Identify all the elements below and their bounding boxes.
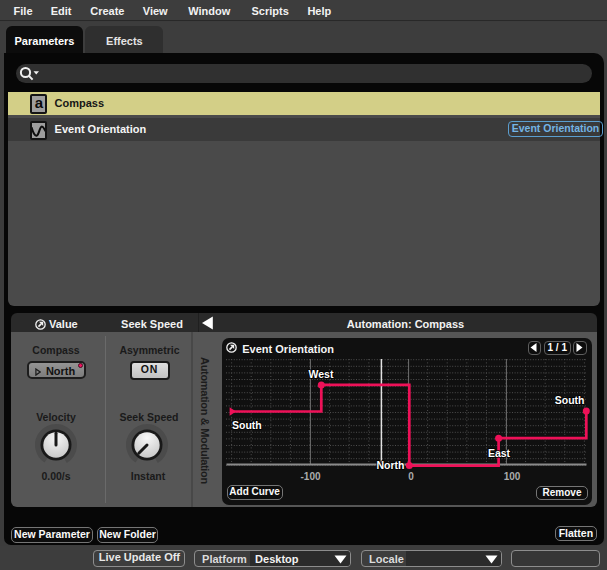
svg-text:0: 0 (408, 471, 414, 482)
svg-text:West: West (309, 368, 334, 380)
svg-text:South: South (555, 394, 585, 406)
svg-text:East: East (488, 447, 511, 459)
svg-text:South: South (232, 419, 262, 431)
svg-text:100: 100 (504, 471, 521, 482)
svg-text:North: North (377, 459, 405, 471)
svg-text:-100: -100 (300, 471, 320, 482)
